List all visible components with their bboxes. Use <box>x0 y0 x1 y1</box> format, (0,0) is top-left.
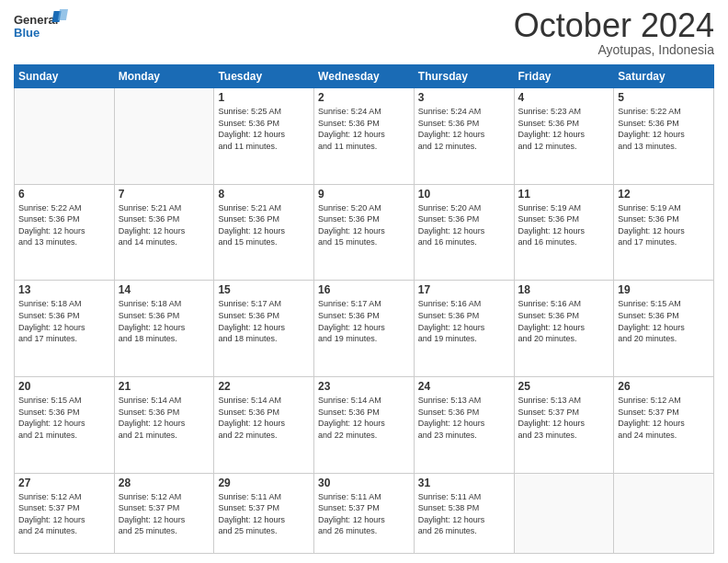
day-info: Sunrise: 5:24 AMSunset: 5:36 PMDaylight:… <box>318 106 410 152</box>
day-number: 21 <box>119 380 210 393</box>
table-row: 17Sunrise: 5:16 AMSunset: 5:36 PMDayligh… <box>414 281 514 377</box>
day-info: Sunrise: 5:11 AMSunset: 5:38 PMDaylight:… <box>418 491 510 537</box>
day-number: 4 <box>518 91 610 104</box>
day-info: Sunrise: 5:16 AMSunset: 5:36 PMDaylight:… <box>418 298 510 344</box>
day-number: 13 <box>18 283 110 296</box>
day-info: Sunrise: 5:12 AMSunset: 5:37 PMDaylight:… <box>119 491 210 537</box>
day-number: 6 <box>18 188 110 201</box>
calendar-week-3: 13Sunrise: 5:18 AMSunset: 5:36 PMDayligh… <box>15 281 714 377</box>
table-row: 10Sunrise: 5:20 AMSunset: 5:36 PMDayligh… <box>414 184 514 281</box>
table-row: 5Sunrise: 5:22 AMSunset: 5:36 PMDaylight… <box>614 88 714 185</box>
day-info: Sunrise: 5:15 AMSunset: 5:36 PMDaylight:… <box>618 298 710 344</box>
svg-text:General: General <box>14 13 58 27</box>
calendar-week-2: 6Sunrise: 5:22 AMSunset: 5:36 PMDaylight… <box>15 184 714 281</box>
day-number: 17 <box>418 283 510 296</box>
table-row: 25Sunrise: 5:13 AMSunset: 5:37 PMDayligh… <box>514 377 614 474</box>
day-info: Sunrise: 5:20 AMSunset: 5:36 PMDaylight:… <box>318 202 410 248</box>
day-info: Sunrise: 5:24 AMSunset: 5:36 PMDaylight:… <box>418 106 510 152</box>
table-row: 4Sunrise: 5:23 AMSunset: 5:36 PMDaylight… <box>514 88 614 185</box>
col-tuesday: Tuesday <box>214 65 314 88</box>
day-number: 19 <box>618 283 710 296</box>
day-number: 2 <box>318 91 410 104</box>
table-row: 24Sunrise: 5:13 AMSunset: 5:36 PMDayligh… <box>414 377 514 474</box>
table-row: 26Sunrise: 5:12 AMSunset: 5:37 PMDayligh… <box>614 377 714 474</box>
month-title: October 2024 <box>514 9 714 42</box>
logo: General Blue <box>14 9 69 48</box>
col-sunday: Sunday <box>15 65 115 88</box>
location: Ayotupas, Indonesia <box>514 42 714 57</box>
table-row: 27Sunrise: 5:12 AMSunset: 5:37 PMDayligh… <box>15 473 115 553</box>
page: General Blue October 2024 Ayotupas, Indo… <box>0 0 728 563</box>
day-info: Sunrise: 5:12 AMSunset: 5:37 PMDaylight:… <box>618 395 710 441</box>
day-number: 20 <box>18 380 110 393</box>
header-row: Sunday Monday Tuesday Wednesday Thursday… <box>15 65 714 88</box>
day-number: 23 <box>318 380 410 393</box>
day-number: 15 <box>218 283 310 296</box>
day-number: 11 <box>518 188 610 201</box>
table-row: 8Sunrise: 5:21 AMSunset: 5:36 PMDaylight… <box>214 184 314 281</box>
day-number: 5 <box>618 91 710 104</box>
day-info: Sunrise: 5:12 AMSunset: 5:37 PMDaylight:… <box>18 491 110 537</box>
day-info: Sunrise: 5:14 AMSunset: 5:36 PMDaylight:… <box>119 395 210 441</box>
day-number: 26 <box>618 380 710 393</box>
table-row: 21Sunrise: 5:14 AMSunset: 5:36 PMDayligh… <box>114 377 214 474</box>
day-info: Sunrise: 5:20 AMSunset: 5:36 PMDaylight:… <box>418 202 510 248</box>
day-number: 18 <box>518 283 610 296</box>
table-row: 28Sunrise: 5:12 AMSunset: 5:37 PMDayligh… <box>114 473 214 553</box>
col-wednesday: Wednesday <box>314 65 415 88</box>
table-row: 11Sunrise: 5:19 AMSunset: 5:36 PMDayligh… <box>514 184 614 281</box>
day-info: Sunrise: 5:25 AMSunset: 5:36 PMDaylight:… <box>218 106 310 152</box>
table-row: 22Sunrise: 5:14 AMSunset: 5:36 PMDayligh… <box>214 377 314 474</box>
day-info: Sunrise: 5:15 AMSunset: 5:36 PMDaylight:… <box>18 395 110 441</box>
day-info: Sunrise: 5:11 AMSunset: 5:37 PMDaylight:… <box>318 491 410 537</box>
title-block: October 2024 Ayotupas, Indonesia <box>514 9 714 57</box>
day-number: 10 <box>418 188 510 201</box>
table-row: 29Sunrise: 5:11 AMSunset: 5:37 PMDayligh… <box>214 473 314 553</box>
table-row: 3Sunrise: 5:24 AMSunset: 5:36 PMDaylight… <box>414 88 514 185</box>
calendar-week-1: 1Sunrise: 5:25 AMSunset: 5:36 PMDaylight… <box>15 88 714 185</box>
day-number: 8 <box>218 188 310 201</box>
table-row <box>614 473 714 553</box>
table-row: 7Sunrise: 5:21 AMSunset: 5:36 PMDaylight… <box>114 184 214 281</box>
day-info: Sunrise: 5:17 AMSunset: 5:36 PMDaylight:… <box>318 298 410 344</box>
table-row: 23Sunrise: 5:14 AMSunset: 5:36 PMDayligh… <box>314 377 415 474</box>
table-row: 1Sunrise: 5:25 AMSunset: 5:36 PMDaylight… <box>214 88 314 185</box>
day-info: Sunrise: 5:18 AMSunset: 5:36 PMDaylight:… <box>119 298 210 344</box>
table-row: 16Sunrise: 5:17 AMSunset: 5:36 PMDayligh… <box>314 281 415 377</box>
calendar-table: Sunday Monday Tuesday Wednesday Thursday… <box>14 64 714 554</box>
day-number: 12 <box>618 188 710 201</box>
table-row: 20Sunrise: 5:15 AMSunset: 5:36 PMDayligh… <box>15 377 115 474</box>
day-number: 30 <box>318 477 410 489</box>
header: General Blue October 2024 Ayotupas, Indo… <box>14 9 714 57</box>
day-number: 25 <box>518 380 610 393</box>
day-info: Sunrise: 5:22 AMSunset: 5:36 PMDaylight:… <box>18 202 110 248</box>
day-info: Sunrise: 5:22 AMSunset: 5:36 PMDaylight:… <box>618 106 710 152</box>
table-row: 12Sunrise: 5:19 AMSunset: 5:36 PMDayligh… <box>614 184 714 281</box>
day-info: Sunrise: 5:13 AMSunset: 5:36 PMDaylight:… <box>418 395 510 441</box>
day-number: 31 <box>418 477 510 489</box>
day-number: 24 <box>418 380 510 393</box>
day-info: Sunrise: 5:17 AMSunset: 5:36 PMDaylight:… <box>218 298 310 344</box>
table-row: 30Sunrise: 5:11 AMSunset: 5:37 PMDayligh… <box>314 473 415 553</box>
day-info: Sunrise: 5:19 AMSunset: 5:36 PMDaylight:… <box>518 202 610 248</box>
svg-text:Blue: Blue <box>14 26 40 40</box>
table-row: 14Sunrise: 5:18 AMSunset: 5:36 PMDayligh… <box>114 281 214 377</box>
table-row: 13Sunrise: 5:18 AMSunset: 5:36 PMDayligh… <box>15 281 115 377</box>
table-row <box>514 473 614 553</box>
day-number: 1 <box>218 91 310 104</box>
table-row: 2Sunrise: 5:24 AMSunset: 5:36 PMDaylight… <box>314 88 415 185</box>
day-info: Sunrise: 5:13 AMSunset: 5:37 PMDaylight:… <box>518 395 610 441</box>
table-row: 31Sunrise: 5:11 AMSunset: 5:38 PMDayligh… <box>414 473 514 553</box>
day-number: 22 <box>218 380 310 393</box>
table-row: 18Sunrise: 5:16 AMSunset: 5:36 PMDayligh… <box>514 281 614 377</box>
table-row: 15Sunrise: 5:17 AMSunset: 5:36 PMDayligh… <box>214 281 314 377</box>
day-info: Sunrise: 5:16 AMSunset: 5:36 PMDaylight:… <box>518 298 610 344</box>
col-friday: Friday <box>514 65 614 88</box>
day-info: Sunrise: 5:19 AMSunset: 5:36 PMDaylight:… <box>618 202 710 248</box>
day-number: 27 <box>18 477 110 489</box>
table-row: 6Sunrise: 5:22 AMSunset: 5:36 PMDaylight… <box>15 184 115 281</box>
col-thursday: Thursday <box>414 65 514 88</box>
day-info: Sunrise: 5:14 AMSunset: 5:36 PMDaylight:… <box>218 395 310 441</box>
day-number: 16 <box>318 283 410 296</box>
calendar-week-4: 20Sunrise: 5:15 AMSunset: 5:36 PMDayligh… <box>15 377 714 474</box>
